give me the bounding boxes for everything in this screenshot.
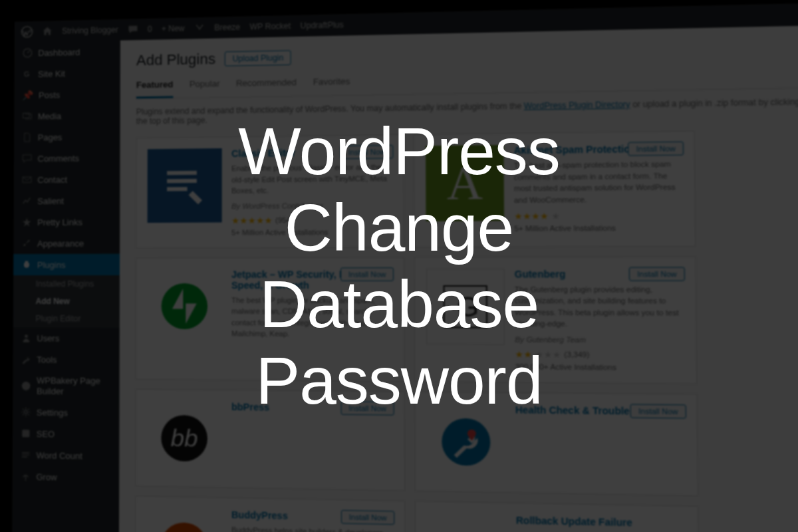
overlay-title: WordPress Change Database Password	[238, 113, 560, 419]
title-overlay: WordPress Change Database Password	[0, 0, 798, 532]
